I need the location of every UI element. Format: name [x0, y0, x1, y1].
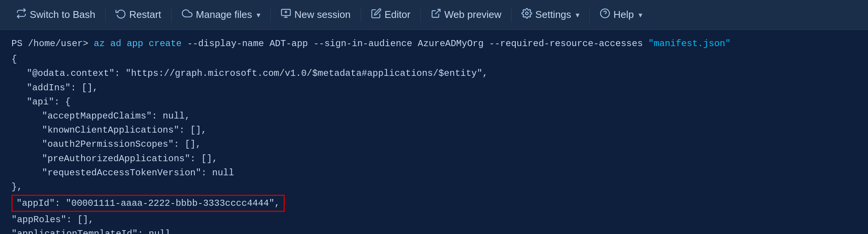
svg-line-5: [435, 10, 440, 14]
output-oauth2: "oauth2PermissionScopes": [],: [11, 137, 857, 151]
help-icon: [600, 8, 610, 21]
output-brace-open: {: [11, 52, 857, 66]
restart-label: Restart: [129, 9, 161, 21]
help-button[interactable]: Help ▾: [591, 0, 650, 29]
appid-highlight-box: "appId": "00001111-aaaa-2222-bbbb-3333cc…: [11, 195, 285, 212]
restart-button[interactable]: Restart: [107, 0, 170, 29]
output-appid-line: "appId": "00001111-aaaa-2222-bbbb-3333cc…: [11, 195, 857, 212]
command-line: PS /home/user> az ad app create --displa…: [11, 37, 857, 51]
settings-label: Settings: [535, 9, 571, 21]
manage-files-dropdown-icon: ▾: [257, 10, 260, 19]
command-az: az ad app create: [94, 38, 181, 49]
new-session-icon: [281, 8, 291, 21]
command-args: --display-name ADT-app --sign-in-audienc…: [181, 38, 648, 49]
switch-icon: [16, 8, 27, 21]
cloud-icon: [181, 8, 193, 21]
output-app-template-id: "applicationTemplateId": null,: [11, 227, 857, 234]
switch-to-bash-label: Switch to Bash: [30, 9, 95, 21]
editor-label: Editor: [385, 9, 411, 21]
prompt-ps: PS /home/user>: [11, 38, 94, 49]
separator-7: [589, 7, 590, 22]
settings-button[interactable]: Settings ▾: [513, 0, 588, 29]
output-accept-mapped: "acceptMappedClaims": null,: [11, 109, 857, 123]
editor-icon: [371, 8, 382, 21]
command-file: "manifest.json": [648, 38, 731, 49]
new-session-button[interactable]: New session: [272, 0, 359, 29]
output-addins: "addIns": [],: [11, 81, 857, 95]
new-session-label: New session: [294, 9, 350, 21]
output-preauth: "preAuthorizedApplications": [],: [11, 152, 857, 166]
help-label: Help: [613, 9, 634, 21]
output-odata-context: "@odata.context": "https://graph.microso…: [11, 66, 857, 80]
manage-files-button[interactable]: Manage files ▾: [173, 0, 269, 29]
switch-to-bash-button[interactable]: Switch to Bash: [8, 0, 104, 29]
output-api-open: "api": {: [11, 95, 857, 109]
web-preview-label: Web preview: [444, 9, 502, 21]
separator-1: [105, 7, 106, 22]
output-api-close: },: [11, 180, 857, 194]
separator-4: [361, 7, 361, 22]
separator-2: [171, 7, 172, 22]
output-approles: "appRoles": [],: [11, 213, 857, 227]
separator-5: [420, 7, 421, 22]
restart-icon: [116, 8, 126, 21]
output-known-client: "knownClientApplications": [],: [11, 123, 857, 137]
help-dropdown-icon: ▾: [639, 10, 642, 19]
web-preview-icon: [431, 8, 441, 21]
separator-3: [270, 7, 271, 22]
web-preview-button[interactable]: Web preview: [422, 0, 510, 29]
terminal-area[interactable]: PS /home/user> az ad app create --displa…: [0, 30, 868, 234]
toolbar: Switch to Bash Restart Manage files ▾: [0, 0, 868, 30]
manage-files-label: Manage files: [196, 9, 252, 21]
editor-button[interactable]: Editor: [363, 0, 419, 29]
svg-point-6: [526, 12, 528, 15]
output-token-version: "requestedAccessTokenVersion": null: [11, 166, 857, 180]
settings-dropdown-icon: ▾: [576, 10, 579, 19]
settings-icon: [521, 8, 532, 21]
separator-6: [511, 7, 512, 22]
